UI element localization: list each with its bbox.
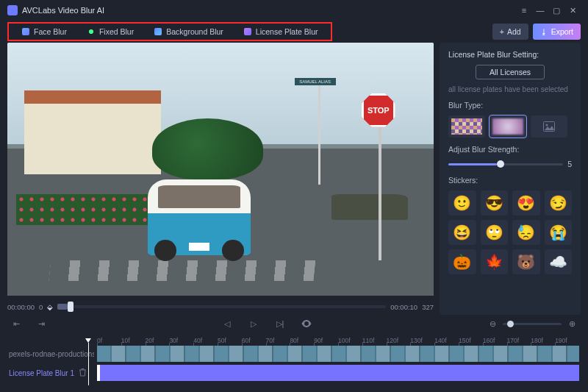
tick: 70f: [266, 337, 290, 344]
sticker-bear[interactable]: 🐻: [512, 249, 540, 274]
toolbar: Face Blur Fixed Blur Background Blur Lic…: [0, 21, 588, 43]
tick: 130f: [410, 337, 434, 344]
sticker-eyeroll[interactable]: 🙄: [481, 220, 509, 245]
app-logo-icon: [7, 5, 18, 15]
fixed-blur-icon: [87, 28, 95, 35]
tick: 90f: [314, 337, 338, 344]
tick: 140f: [434, 337, 459, 344]
strength-value: 5: [567, 160, 572, 168]
video-scrubber[interactable]: [57, 305, 386, 308]
sticker-grid: 🙂 😎 😍 😏 😆 🙄 😓 😭 🎃 🍁 🐻 ☁️: [448, 190, 572, 274]
svg-point-1: [546, 124, 548, 126]
maximize-icon[interactable]: ▢: [548, 2, 564, 18]
export-label: Export: [551, 27, 573, 36]
sticker-smirk[interactable]: 😏: [545, 190, 573, 215]
export-button[interactable]: ⭳ Export: [533, 24, 581, 40]
timeline-ruler[interactable]: 0f 10f 20f 30f 40f 50f 60f 70f 80f 90f 1…: [97, 332, 579, 344]
eye-icon: [301, 320, 312, 327]
frame-total: 327: [422, 303, 434, 311]
blur-type-gaussian[interactable]: [490, 115, 526, 138]
app-title: AVCLabs Video Blur AI: [22, 6, 104, 15]
tick: 30f: [169, 337, 193, 344]
stickers-label: Stickers:: [448, 176, 572, 185]
tab-license-plate-blur[interactable]: License Plate Blur: [234, 25, 329, 38]
video-preview[interactable]: SAMUEL ALIAS STOP: [7, 43, 434, 296]
license-plate-blur-icon: [244, 28, 251, 35]
zoom-knob[interactable]: [507, 321, 514, 327]
blur-track-label: License Plate Blur 1: [9, 368, 94, 378]
prev-frame-button[interactable]: ◁: [221, 318, 233, 329]
face-blur-icon: [22, 28, 29, 35]
sticker-maple-leaf[interactable]: 🍁: [481, 249, 509, 274]
tab-fixed-blur[interactable]: Fixed Blur: [77, 25, 144, 38]
trash-icon: [79, 368, 87, 377]
sticker-heart-eyes[interactable]: 😍: [512, 190, 540, 215]
sticker-sunglasses[interactable]: 😎: [481, 190, 509, 215]
zoom-out-button[interactable]: ⊖: [487, 318, 498, 329]
sticker-pumpkin[interactable]: 🎃: [448, 249, 476, 274]
tab-face-blur[interactable]: Face Blur: [12, 25, 77, 38]
delete-track-button[interactable]: [79, 368, 87, 378]
scrub-handle[interactable]: [68, 302, 74, 312]
sticker-cloud[interactable]: ☁️: [545, 249, 573, 274]
clip-name-label: pexels-rodnae-productions-i: [9, 350, 94, 358]
scrub-marker-icon[interactable]: ⬙: [47, 303, 53, 311]
plus-icon: +: [500, 27, 504, 36]
blur-mode-tabs-highlight: Face Blur Fixed Blur Background Blur Lic…: [7, 22, 332, 41]
sticker-sweat[interactable]: 😓: [512, 220, 540, 245]
blur-track[interactable]: [97, 365, 579, 381]
tick: 80f: [290, 337, 314, 344]
time-total: 00:00:10: [390, 303, 417, 311]
all-licenses-button[interactable]: All Licenses: [476, 65, 545, 79]
tick: 0f: [97, 337, 121, 344]
sticker-cry[interactable]: 😭: [545, 220, 573, 245]
tick: 100f: [338, 337, 362, 344]
tick: 50f: [218, 337, 242, 344]
sticker-smile[interactable]: 🙂: [448, 190, 476, 215]
blur-type-mosaic[interactable]: [448, 115, 485, 138]
blur-type-custom-image[interactable]: [531, 115, 567, 138]
add-button[interactable]: + Add: [492, 24, 528, 40]
frame-current: 0: [39, 303, 43, 311]
zoom-slider[interactable]: [503, 323, 562, 325]
tick: 110f: [362, 337, 387, 344]
go-start-button[interactable]: ⇤: [10, 318, 22, 329]
tick: 180f: [531, 337, 555, 344]
add-label: Add: [507, 27, 521, 36]
tick: 190f: [555, 337, 579, 344]
minimize-icon[interactable]: —: [532, 2, 548, 18]
go-end-button[interactable]: ⇥: [35, 318, 47, 329]
selection-hint: all license plates have been selected: [448, 85, 572, 93]
tab-label: Background Blur: [166, 27, 223, 36]
image-icon: [543, 121, 555, 132]
playhead[interactable]: [88, 343, 89, 385]
street-sign: SAMUEL ALIAS: [295, 78, 336, 85]
blur-strength-slider[interactable]: [448, 163, 563, 165]
preview-toggle-button[interactable]: [301, 318, 312, 329]
tick: 150f: [459, 337, 483, 344]
blur-type-label: Blur Type:: [448, 101, 572, 110]
video-track[interactable]: [97, 346, 579, 362]
tick: 10f: [121, 337, 146, 344]
slider-knob[interactable]: [497, 160, 504, 168]
tab-label: Face Blur: [34, 27, 67, 36]
menu-icon[interactable]: ≡: [516, 2, 532, 18]
close-icon[interactable]: ✕: [564, 2, 581, 18]
tick: 120f: [387, 337, 411, 344]
tab-background-blur[interactable]: Background Blur: [144, 25, 234, 38]
tick: 170f: [507, 337, 531, 344]
transport-bar: ⇤ ⇥ ◁ ▷ ▷| ⊖ ⊕: [0, 315, 588, 332]
tab-label: Fixed Blur: [99, 27, 134, 36]
next-frame-button[interactable]: ▷|: [274, 318, 286, 329]
tick: 160f: [483, 337, 507, 344]
blur-track-handle[interactable]: [97, 365, 100, 381]
time-current: 00:00:00: [7, 303, 35, 311]
zoom-in-button[interactable]: ⊕: [566, 318, 578, 329]
tick: 20f: [146, 337, 170, 344]
sticker-laugh[interactable]: 😆: [448, 220, 476, 245]
export-icon: ⭳: [540, 27, 548, 36]
settings-panel: License Plate Blur Setting: All Licenses…: [440, 43, 581, 315]
title-bar: AVCLabs Video Blur AI ≡ — ▢ ✕: [0, 0, 588, 21]
panel-title: License Plate Blur Setting:: [448, 50, 572, 59]
play-button[interactable]: ▷: [248, 318, 259, 329]
